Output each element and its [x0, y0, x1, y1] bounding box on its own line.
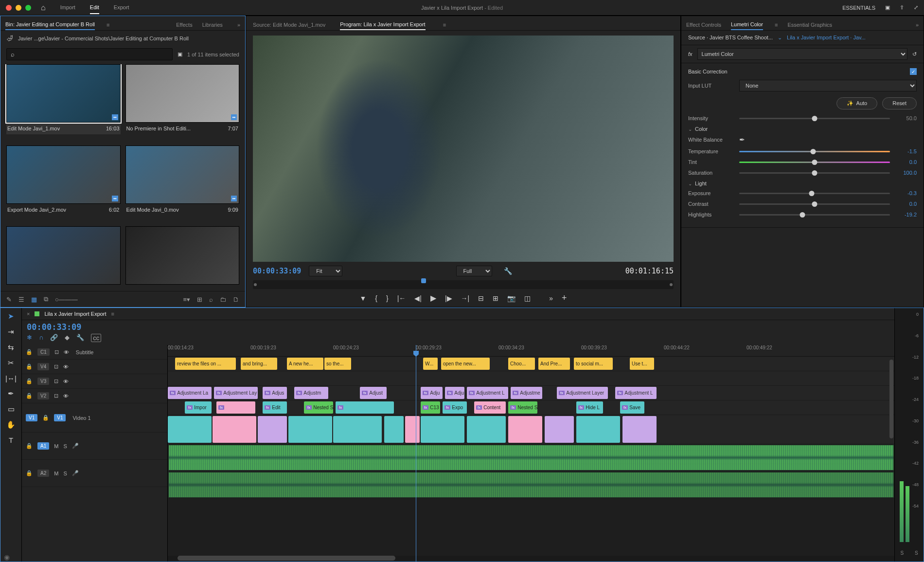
- fx-icon[interactable]: fx: [688, 51, 693, 57]
- hand-tool-icon[interactable]: ✋: [6, 420, 16, 429]
- track-v1[interactable]: [168, 415, 894, 444]
- thumb-item[interactable]: ▪▪ No Premiere in Shot Editi...7:07: [125, 64, 240, 141]
- freeform-view-icon[interactable]: ⧉: [44, 295, 48, 303]
- extract-icon[interactable]: ⊞: [493, 294, 498, 302]
- solo-label[interactable]: S: [900, 550, 904, 556]
- scrubber[interactable]: [253, 280, 674, 289]
- zoom-slider-icon[interactable]: ○———: [55, 296, 78, 303]
- tab-effect-controls[interactable]: Effect Controls: [686, 20, 721, 30]
- tab-effects[interactable]: Effects: [176, 20, 192, 30]
- search-input[interactable]: [6, 48, 173, 60]
- caption-clip[interactable]: review the files on ...: [175, 358, 236, 370]
- temperature-slider[interactable]: [739, 151, 890, 152]
- tab-program[interactable]: Program: Lila x Javier Import Export: [340, 19, 425, 30]
- video-clip[interactable]: fxImpor: [185, 401, 212, 414]
- step-forward-icon[interactable]: |▶: [445, 294, 452, 302]
- icon-view-icon[interactable]: ▦: [31, 296, 37, 303]
- workspace-layout-icon[interactable]: ▣: [885, 4, 890, 11]
- solo-label[interactable]: S: [915, 550, 918, 556]
- track-header-a1[interactable]: 🔒 A1 M S 🎤: [22, 433, 167, 460]
- lock-icon[interactable]: 🔒: [42, 415, 49, 421]
- video-viewer[interactable]: [253, 36, 674, 262]
- video-clip[interactable]: [333, 416, 382, 443]
- track-id[interactable]: V1: [54, 414, 66, 421]
- folder-up-icon[interactable]: ⮰: [6, 35, 13, 42]
- breadcrumb[interactable]: ⮰ Javier ...ge\Javier - Commercial Shots…: [0, 31, 245, 46]
- fullscreen-icon[interactable]: ⤢: [914, 4, 918, 11]
- timeline-content[interactable]: 00:00:14:2300:00:19:2300:00:24:2300:00:2…: [168, 345, 894, 562]
- thumb-item[interactable]: ▪▪ Edit Mode Javi_0.mov9:09: [125, 145, 240, 222]
- section-title[interactable]: Basic Correction: [688, 69, 728, 74]
- new-bin-icon[interactable]: 🗀: [220, 296, 226, 303]
- thumb-image[interactable]: ▪▪: [125, 145, 240, 204]
- slip-tool-icon[interactable]: |↔|: [5, 374, 17, 382]
- voiceover-icon[interactable]: 🎤: [72, 443, 79, 449]
- lock-icon[interactable]: 🔒: [26, 470, 33, 476]
- adjustment-clip[interactable]: fxAdjustment Layer: [557, 387, 608, 399]
- video-clip[interactable]: [576, 416, 620, 443]
- mark-out-icon[interactable]: }: [386, 294, 389, 302]
- track-c1[interactable]: review the files on ...and bring...A new…: [168, 357, 894, 371]
- input-lut-select[interactable]: None: [739, 80, 917, 91]
- track-header-v2[interactable]: 🔒 V2 ⊡ 👁: [22, 389, 167, 403]
- track-v3[interactable]: fxAdjustment LafxAdjustment LayfxAdjusfx…: [168, 386, 894, 400]
- resolution-select[interactable]: Full: [456, 266, 492, 276]
- tab-essential-graphics[interactable]: Essential Graphics: [787, 20, 832, 30]
- thumb-image[interactable]: ▪▪: [6, 145, 121, 204]
- selection-tool-icon[interactable]: ➤: [8, 312, 14, 321]
- adjustment-clip[interactable]: fxAdjustment L: [467, 387, 508, 399]
- timeline-timecode[interactable]: 00:00:33:09: [27, 322, 82, 332]
- video-clip[interactable]: fx: [336, 401, 394, 414]
- collapse-icon[interactable]: ⌄: [688, 127, 692, 132]
- adjustment-clip[interactable]: fxAdjustme: [511, 387, 542, 399]
- export-frame-icon[interactable]: 📷: [507, 294, 515, 302]
- horizontal-scrollbar[interactable]: [168, 556, 894, 561]
- adjustment-clip[interactable]: fxAdju: [445, 387, 464, 399]
- time-ruler[interactable]: 00:00:14:2300:00:19:2300:00:24:2300:00:2…: [168, 345, 894, 357]
- track-id[interactable]: V3: [37, 378, 49, 385]
- source-patch[interactable]: V1: [26, 414, 37, 421]
- track-id[interactable]: A1: [37, 442, 49, 450]
- adjustment-clip[interactable]: fxAdjust: [360, 387, 387, 399]
- close-window-icon[interactable]: [6, 5, 12, 11]
- eyedropper-icon[interactable]: ✒: [739, 136, 745, 144]
- new-item-icon[interactable]: 🗋: [233, 296, 239, 303]
- tab-import[interactable]: Import: [60, 1, 75, 14]
- maximize-window-icon[interactable]: [25, 5, 31, 11]
- track-header-v1[interactable]: V1 🔒 V1 Video 1: [22, 403, 167, 433]
- eye-icon[interactable]: 👁: [63, 379, 69, 384]
- video-clip[interactable]: [168, 416, 212, 443]
- track-header-v4[interactable]: 🔒 V4 ⊡ 👁: [22, 360, 167, 374]
- track-header-c1[interactable]: 🔒 C1 ⊡ 👁 Subtitle: [22, 345, 167, 360]
- caption-clip[interactable]: Choo...: [508, 358, 535, 370]
- exposure-value[interactable]: -0.3: [895, 190, 917, 196]
- track-o-icon[interactable]: ⊡: [54, 378, 58, 384]
- automate-icon[interactable]: ⊞: [197, 296, 202, 303]
- video-clip[interactable]: fxSave: [620, 401, 644, 414]
- track-a2[interactable]: [168, 471, 894, 499]
- workspace-label[interactable]: ESSENTIALS: [842, 5, 875, 11]
- minimize-window-icon[interactable]: [16, 5, 21, 11]
- sort-icon[interactable]: ≡▾: [183, 296, 190, 303]
- panel-menu-icon[interactable]: ≡: [443, 20, 446, 30]
- solo-button[interactable]: S: [63, 443, 67, 449]
- caption-clip[interactable]: A new he...: [287, 358, 323, 370]
- adjustment-clip[interactable]: fxAdjus: [263, 387, 287, 399]
- video-clip[interactable]: [213, 416, 256, 443]
- video-clip[interactable]: [421, 416, 464, 443]
- adjustment-clip[interactable]: fxAdju: [421, 387, 443, 399]
- track-header-v3[interactable]: 🔒 V3 ⊡ 👁: [22, 374, 167, 389]
- track-o-icon[interactable]: ⊡: [54, 349, 59, 355]
- rectangle-tool-icon[interactable]: ▭: [8, 405, 15, 414]
- settings-icon[interactable]: 🔧: [76, 334, 84, 342]
- caption-track-icon[interactable]: cc: [91, 334, 101, 342]
- video-clip[interactable]: fxContent: [474, 401, 506, 414]
- panel-menu-icon[interactable]: ≡: [107, 20, 109, 30]
- highlights-value[interactable]: -19.2: [895, 212, 917, 218]
- caption-clip[interactable]: open the new...: [441, 358, 490, 370]
- tab-libraries[interactable]: Libraries: [202, 20, 223, 30]
- thumb-image[interactable]: ▪▪: [125, 64, 240, 123]
- ripple-edit-tool-icon[interactable]: ⇆: [8, 343, 14, 352]
- home-icon[interactable]: ⌂: [41, 3, 46, 12]
- panel-menu-icon[interactable]: ≡: [111, 311, 114, 317]
